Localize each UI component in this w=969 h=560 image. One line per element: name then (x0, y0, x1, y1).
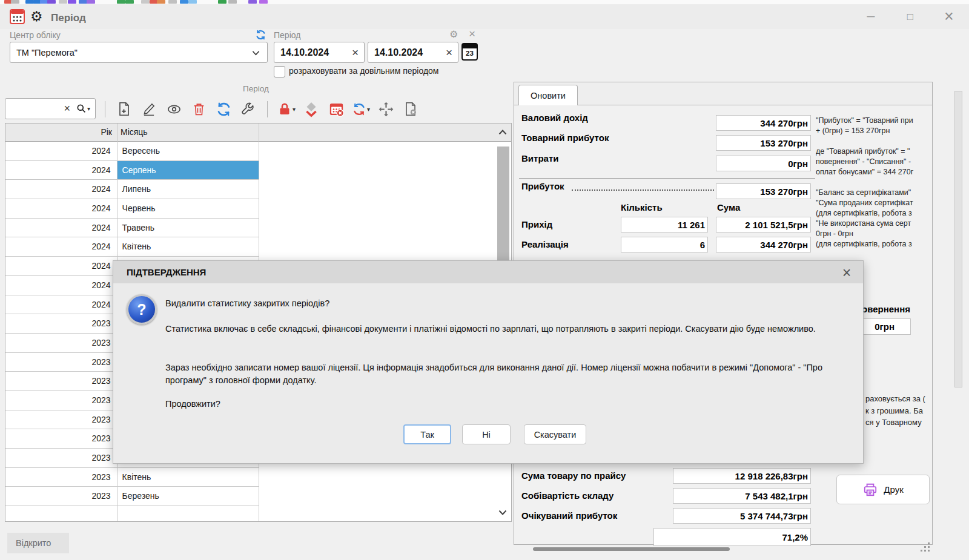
delete-icon[interactable] (190, 99, 208, 119)
month-cell[interactable]: Березень (117, 487, 259, 506)
dialog-title: ПІДТВЕРДЖЕННЯ (113, 261, 863, 283)
date-from-field[interactable]: 14.10.2024 × (274, 42, 365, 63)
table-row[interactable]: 2024Травень (5, 219, 259, 238)
partial-icon (188, 0, 197, 4)
close-button[interactable]: × (937, 4, 961, 29)
price-sum-label: Сума товару по прайсу (521, 470, 626, 481)
center-of-accounting-select[interactable]: ТМ "Перемога" (10, 42, 268, 63)
dialog-close-icon[interactable]: × (838, 263, 856, 282)
year-cell[interactable]: 2024 (5, 219, 117, 237)
year-cell[interactable]: 2023 (5, 391, 117, 410)
month-cell[interactable]: Вересень (117, 142, 259, 160)
refresh-center-icon[interactable] (255, 29, 266, 43)
edit-icon[interactable] (140, 99, 158, 119)
table-row[interactable]: 2024Серпень (5, 161, 259, 180)
table-row[interactable]: 2023Березень (5, 487, 259, 506)
partial-icon (157, 0, 165, 4)
gear-icon: ⚙ (30, 8, 43, 25)
center-of-accounting-label: Центр обліку (10, 30, 61, 40)
year-cell[interactable]: 2024 (5, 180, 117, 199)
arbitrary-period-checkbox[interactable] (274, 66, 285, 77)
view-icon[interactable] (165, 99, 183, 119)
dialog-question-2: Продовжити? (165, 398, 847, 410)
cancel-button[interactable]: Скасувати (524, 424, 586, 444)
search-input[interactable]: × ▾ (5, 98, 96, 119)
year-cell[interactable]: 2023 (5, 353, 117, 372)
expenses-value: 0грн (716, 156, 811, 171)
year-cell[interactable]: 2024 (5, 142, 117, 160)
year-cell[interactable]: 2023 (5, 429, 117, 448)
lock-period-icon[interactable]: ▾ (277, 99, 296, 119)
add-icon[interactable] (115, 99, 133, 119)
income-qty-value: 11 261 (621, 217, 708, 232)
year-cell[interactable]: 2024 (5, 257, 117, 275)
year-cell[interactable]: 2023 (5, 487, 117, 506)
table-row[interactable]: 2024Липень (5, 180, 259, 199)
calendar-icon-day: 23 (463, 50, 477, 57)
year-cell[interactable]: 2023 (5, 410, 117, 429)
note-line: 0грн - 0грн (816, 229, 932, 239)
month-cell[interactable]: Серпень (117, 161, 259, 180)
month-cell[interactable]: Липень (117, 180, 259, 199)
period-close-icon[interactable]: × (469, 27, 475, 41)
maximize-button[interactable]: □ (898, 4, 922, 29)
year-cell[interactable]: 2023 (5, 372, 117, 390)
calendar-icon[interactable]: 23 (461, 43, 478, 61)
arbitrary-period-label: розраховувати за довільним періодом (289, 66, 439, 76)
table-row[interactable]: 2024Червень (5, 199, 259, 219)
resize-grip[interactable] (921, 542, 930, 552)
year-cell[interactable]: 2024 (5, 161, 117, 180)
print-button[interactable]: Друк (836, 475, 930, 504)
search-icon[interactable]: ▾ (76, 104, 90, 114)
month-cell[interactable]: Квітень (117, 468, 259, 487)
service-icon[interactable] (239, 99, 257, 119)
clear-date-from-icon[interactable]: × (352, 47, 364, 58)
no-button[interactable]: Ні (462, 424, 511, 444)
year-cell[interactable]: 2023 (5, 468, 117, 487)
year-cell[interactable]: 2023 (5, 314, 117, 333)
clear-search-icon[interactable]: × (64, 102, 70, 115)
year-cell[interactable]: 2024 (5, 237, 117, 256)
month-cell[interactable]: Квітень (117, 237, 259, 256)
app-window: ⚙ Період ─ □ × Центр обліку ТМ "Перемога… (0, 0, 969, 560)
update-button[interactable]: Оновити (518, 85, 578, 105)
table-row[interactable]: 2024Вересень (5, 142, 259, 161)
month-cell[interactable]: Червень (117, 199, 259, 218)
toolbar-separator (105, 101, 105, 117)
horizontal-scrollbar-thumb[interactable] (533, 547, 730, 551)
clear-period-statistics-icon[interactable] (327, 99, 345, 119)
price-sum-value: 12 918 226,83грн (673, 468, 811, 484)
year-cell[interactable]: 2023 (5, 334, 117, 352)
window-titlebar: ⚙ Період ─ □ × (0, 4, 969, 29)
scroll-down-icon[interactable] (495, 506, 510, 518)
dialog-paragraph-2: Зараз необхідно записати номер вашої ліц… (165, 361, 847, 387)
scroll-up-icon[interactable] (495, 126, 510, 138)
move-icon[interactable] (377, 99, 395, 119)
date-to-field[interactable]: 14.10.2024 × (368, 42, 458, 63)
column-header-month[interactable]: Місяць (121, 124, 148, 141)
column-header-year[interactable]: Рік (5, 124, 112, 141)
refresh-icon[interactable] (214, 99, 233, 119)
month-cell[interactable]: Травень (117, 219, 259, 237)
clear-date-to-icon[interactable]: × (446, 47, 458, 58)
note-line: к з грошима. Ба (865, 405, 932, 417)
clear-document-icon[interactable] (402, 99, 420, 119)
table-row[interactable]: 2024Квітень (5, 237, 259, 257)
note-line: "Прибуток" = "Товарний при (816, 116, 932, 126)
period-gear-icon[interactable]: ⚙ (449, 28, 458, 40)
note-line: раховується за ( (865, 393, 932, 405)
year-cell[interactable]: 2024 (5, 295, 117, 314)
table-row[interactable]: 2023Квітень (5, 468, 259, 487)
close-period-icon[interactable] (302, 99, 320, 119)
dialog-paragraph-1: Статистика включає в себе складські, фін… (165, 323, 847, 335)
recalculate-icon[interactable]: ▾ (352, 99, 370, 119)
yes-button[interactable]: Так (403, 424, 451, 444)
period-label: Період (274, 30, 300, 40)
dotted-leader (572, 181, 714, 191)
year-cell[interactable]: 2024 (5, 199, 117, 218)
year-cell[interactable]: 2023 (5, 449, 117, 467)
year-cell[interactable]: 2024 (5, 276, 117, 295)
sales-qty-value: 6 (621, 237, 708, 252)
minimize-button[interactable]: ─ (859, 4, 883, 29)
vertical-scrollbar-thumb[interactable] (954, 91, 962, 387)
